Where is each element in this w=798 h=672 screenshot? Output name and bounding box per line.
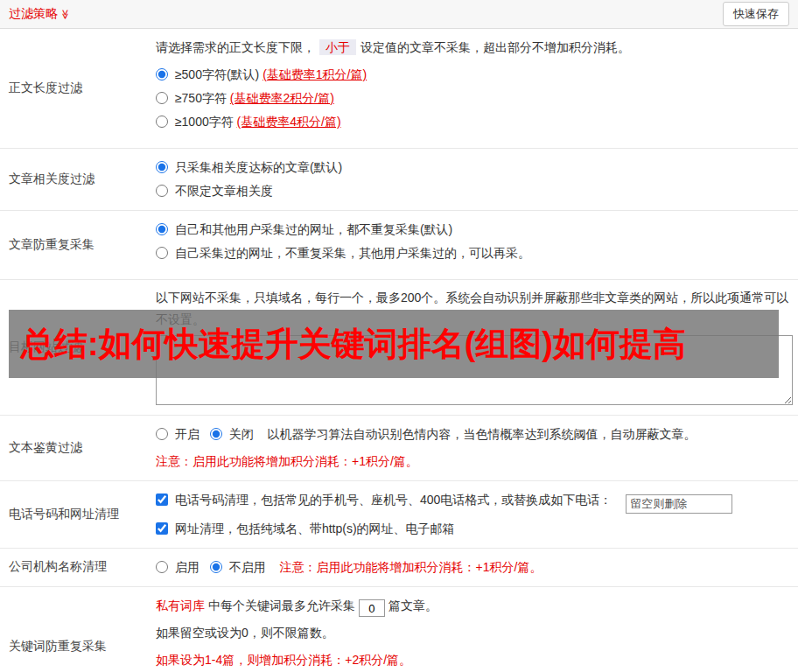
phone-replace-input[interactable] [626, 494, 732, 514]
row-label-phone-url: 电话号码和网址清理 [0, 481, 150, 548]
checkbox-url-cleanup[interactable] [156, 522, 168, 535]
radio-option-1000[interactable]: ≥1000字符 (基础费率4积分/篇) [156, 115, 341, 129]
watermark-text: 总结:如何快速提升关键词排名(组图)如何提高 [21, 322, 686, 367]
radio-option-500[interactable]: ≥500字符(默认) (基础费率1积分/篇) [156, 67, 367, 81]
page-title: 过滤策略 [9, 6, 58, 22]
radio-porn-on[interactable] [156, 428, 168, 440]
radio-relevance-strict-label: 只采集相关度达标的文章(默认) [175, 160, 342, 174]
radio-option-dedupe-global[interactable]: 自己和其他用户采集过的网址，都不重复采集(默认) [156, 222, 452, 236]
keyword-line3: 如果设为1-4篇，则增加积分消耗：+2积分/篇。 [156, 648, 793, 672]
radio-option-relevance-strict[interactable]: 只采集相关度达标的文章(默认) [156, 160, 342, 174]
row-label-relevance: 文章相关度过滤 [0, 149, 150, 210]
radio-option-company-off[interactable]: 不启用 [210, 560, 270, 574]
radio-length-1000-label: ≥1000字符 [175, 115, 234, 129]
row-relevance-filter: 文章相关度过滤 只采集相关度达标的文章(默认) 不限定文章相关度 [0, 149, 798, 211]
radio-length-750-label: ≥750字符 [175, 91, 227, 105]
intro-pre: 请选择需求的正文长度下限， [156, 40, 315, 54]
radio-length-750[interactable] [156, 92, 168, 104]
row-label-keyword-dedupe: 关键词防重复采集 [0, 587, 150, 672]
checkbox-option-phone-cleanup[interactable]: 电话号码清理，包括常见的手机号、座机号、400电话格式，或替换成如下电话： [156, 493, 615, 507]
radio-company-off[interactable] [210, 561, 222, 573]
radio-dedupe-global[interactable] [156, 223, 168, 235]
watermark-overlay: 总结:如何快速提升关键词排名(组图)如何提高 [9, 310, 779, 378]
row-label-dedupe: 文章防重复采集 [0, 211, 150, 279]
radio-length-500-label: ≥500字符(默认) [175, 67, 259, 81]
radio-length-750-note: (基础费率2积分/篇) [230, 91, 334, 105]
radio-option-750[interactable]: ≥750字符 (基础费率2积分/篇) [156, 91, 334, 105]
checkbox-option-url-cleanup[interactable]: 网址清理，包括纯域名、带http(s)的网址、电子邮箱 [156, 522, 455, 536]
radio-option-company-on[interactable]: 启用 [156, 560, 203, 574]
radio-company-off-label: 不启用 [229, 560, 266, 574]
radio-length-1000[interactable] [156, 116, 168, 128]
porn-filter-note: 注意：启用此功能将增加积分消耗：+1积分/篇。 [156, 450, 793, 473]
radio-dedupe-self[interactable] [156, 247, 168, 259]
checkbox-url-cleanup-label: 网址清理，包括纯域名、带http(s)的网址、电子邮箱 [175, 522, 455, 536]
row-body-length-filter: 正文长度过滤 请选择需求的正文长度下限，小于设定值的文章不采集，超出部分不增加积… [0, 29, 798, 149]
keyword-line1-end: 篇文章。 [388, 598, 438, 612]
row-label-porn-filter: 文本鉴黄过滤 [0, 416, 150, 480]
keyword-line1-mid: 中每个关键词最多允许采集 [208, 598, 355, 612]
radio-porn-off[interactable] [210, 428, 222, 440]
row-company-name-cleanup: 公司机构名称清理 启用 不启用 注意：启用此功能将增加积分消耗：+1积分/篇。 [0, 549, 798, 587]
radio-option-porn-off[interactable]: 关闭 [210, 427, 257, 441]
keyword-line2: 如果留空或设为0，则不限篇数。 [156, 621, 793, 645]
radio-option-dedupe-self[interactable]: 自己采集过的网址，不重复采集，其他用户采集过的，可以再采。 [156, 246, 530, 260]
checkbox-phone-cleanup-label: 电话号码清理，包括常见的手机号、座机号、400电话格式，或替换成如下电话： [175, 493, 612, 507]
row-label-company-name: 公司机构名称清理 [0, 549, 150, 586]
intro-post: 设定值的文章不采集，超出部分不增加积分消耗。 [360, 40, 630, 54]
page-header: 过滤策略 ≫ 快速保存 [0, 0, 798, 29]
filter-strategy-toggle[interactable]: 过滤策略 ≫ [9, 6, 71, 22]
radio-relevance-strict[interactable] [156, 161, 168, 173]
radio-length-500-note: (基础费率1积分/篇) [262, 67, 367, 81]
keyword-count-input[interactable] [359, 599, 385, 617]
radio-company-on[interactable] [156, 561, 168, 573]
porn-filter-desc: 以机器学习算法自动识别色情内容，当色情概率达到系统阈值，自动屏蔽文章。 [268, 427, 696, 441]
radio-length-1000-note: (基础费率4积分/篇) [237, 115, 341, 129]
radio-company-on-label: 启用 [175, 560, 200, 574]
radio-relevance-any[interactable] [156, 185, 168, 197]
radio-porn-on-label: 开启 [175, 427, 200, 441]
row-label-body-length: 正文长度过滤 [0, 29, 150, 148]
radio-length-500[interactable] [156, 68, 168, 80]
row-dedupe-collection: 文章防重复采集 自己和其他用户采集过的网址，都不重复采集(默认) 自己采集过的网… [0, 211, 798, 280]
row-porn-filter: 文本鉴黄过滤 开启 关闭 以机器学习算法自动识别色情内容，当色情概率达到系统阈值… [0, 416, 798, 481]
checkbox-phone-cleanup[interactable] [156, 494, 168, 506]
radio-dedupe-self-label: 自己采集过的网址，不重复采集，其他用户采集过的，可以再采。 [175, 246, 530, 260]
chevron-down-icon: ≫ [60, 9, 71, 19]
less-than-highlight: 小于 [319, 39, 356, 55]
body-length-intro: 请选择需求的正文长度下限，小于设定值的文章不采集，超出部分不增加积分消耗。 [156, 36, 793, 60]
quick-save-button[interactable]: 快速保存 [723, 2, 789, 26]
radio-porn-off-label: 关闭 [229, 427, 254, 441]
row-keyword-dedupe: 关键词防重复采集 私有词库 中每个关键词最多允许采集篇文章。 如果留空或设为0，… [0, 587, 798, 672]
row-phone-url-cleanup: 电话号码和网址清理 电话号码清理，包括常见的手机号、座机号、400电话格式，或替… [0, 481, 798, 549]
radio-dedupe-global-label: 自己和其他用户采集过的网址，都不重复采集(默认) [175, 222, 452, 236]
private-lexicon-link[interactable]: 私有词库 [156, 598, 205, 612]
radio-relevance-any-label: 不限定文章相关度 [175, 184, 273, 198]
radio-option-porn-on[interactable]: 开启 [156, 427, 203, 441]
company-cleanup-note: 注意：启用此功能将增加积分消耗：+1积分/篇。 [280, 560, 542, 574]
radio-option-relevance-any[interactable]: 不限定文章相关度 [156, 184, 273, 198]
